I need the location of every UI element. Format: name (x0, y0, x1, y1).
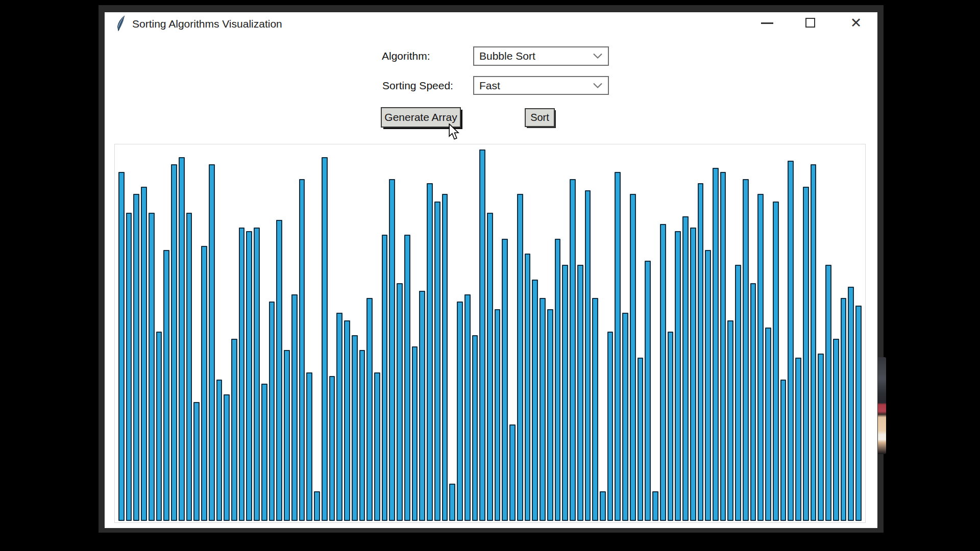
bar (727, 320, 733, 521)
avatar-sliver (878, 357, 886, 454)
bar (427, 183, 433, 521)
bar (209, 164, 215, 521)
titlebar[interactable]: Sorting Algorithms Visualization ✕ (105, 12, 877, 45)
algorithm-label: Algorithm: (382, 50, 430, 62)
minimize-button[interactable] (758, 16, 776, 31)
bar (389, 179, 395, 521)
speed-dropdown-value: Fast (479, 80, 500, 92)
bar (750, 283, 756, 521)
sort-button[interactable]: Sort (525, 108, 555, 127)
maximize-button[interactable] (802, 13, 819, 31)
bar (502, 239, 508, 521)
bar (713, 168, 719, 521)
bar (517, 194, 523, 521)
bar (848, 287, 854, 521)
bar (149, 213, 155, 521)
bar (254, 228, 260, 521)
screen: Sorting Algorithms Visualization ✕ Algor… (0, 0, 980, 551)
bar (434, 202, 440, 521)
bars-container (115, 144, 865, 522)
window-title: Sorting Algorithms Visualization (132, 18, 282, 30)
sorting-canvas (114, 144, 866, 523)
bar (652, 491, 658, 521)
bar (291, 294, 298, 521)
speed-label: Sorting Speed: (382, 80, 453, 92)
bar (472, 335, 478, 521)
bar (818, 354, 824, 521)
bar (592, 298, 598, 521)
bar (600, 491, 606, 521)
bar (720, 172, 726, 521)
bar (803, 187, 809, 521)
bar (795, 358, 801, 521)
bar (615, 172, 621, 521)
bar (163, 250, 169, 521)
bar (833, 339, 839, 521)
bar (118, 172, 125, 521)
bar (479, 149, 485, 521)
bar (352, 335, 358, 521)
bar (495, 309, 501, 521)
bar (239, 228, 245, 521)
bar (133, 194, 139, 521)
bar (698, 183, 704, 521)
bar (306, 372, 312, 521)
bar (261, 384, 267, 521)
algorithm-dropdown[interactable]: Bubble Sort (473, 46, 609, 66)
bar (487, 213, 493, 521)
bar (186, 213, 192, 521)
bar (329, 376, 335, 521)
bar (757, 194, 764, 521)
bar (825, 265, 831, 521)
bar (743, 179, 749, 521)
bar (735, 265, 741, 521)
bar (668, 332, 674, 521)
mouse-cursor-icon (448, 123, 461, 141)
bar (419, 291, 425, 521)
bar (201, 246, 207, 521)
bar (464, 294, 471, 521)
bar (314, 491, 320, 521)
bar (224, 394, 230, 521)
bar (577, 265, 583, 521)
bar (344, 320, 350, 521)
bar (141, 187, 147, 521)
bar (269, 302, 275, 521)
bar (638, 358, 644, 521)
bar (299, 179, 305, 521)
bar (690, 228, 696, 521)
chevron-down-icon (593, 83, 602, 88)
bar (645, 261, 651, 521)
bar (570, 179, 576, 521)
bar (630, 194, 636, 521)
bar (547, 309, 553, 521)
algorithm-dropdown-value: Bubble Sort (479, 50, 535, 62)
bar (562, 265, 568, 521)
bar (841, 298, 847, 521)
close-button[interactable]: ✕ (846, 12, 866, 33)
bar (532, 280, 538, 521)
bar (216, 380, 223, 521)
bar (397, 283, 403, 521)
bar (660, 224, 666, 521)
bar (457, 302, 463, 521)
bar (765, 328, 771, 521)
bar (585, 190, 591, 521)
minimize-icon (761, 22, 773, 24)
bar (442, 194, 448, 521)
bar (675, 231, 681, 521)
bar (126, 213, 132, 521)
bar (193, 402, 200, 521)
chevron-down-icon (593, 54, 602, 59)
bar (382, 235, 388, 521)
bar (171, 164, 177, 521)
bar (682, 216, 689, 521)
bar (336, 313, 342, 521)
bar (246, 231, 252, 521)
app-window: Sorting Algorithms Visualization ✕ Algor… (105, 12, 877, 528)
speed-dropdown[interactable]: Fast (473, 76, 609, 95)
bar (231, 339, 237, 521)
python-feather-icon (115, 15, 127, 32)
bar (855, 306, 862, 521)
bar (179, 157, 185, 521)
